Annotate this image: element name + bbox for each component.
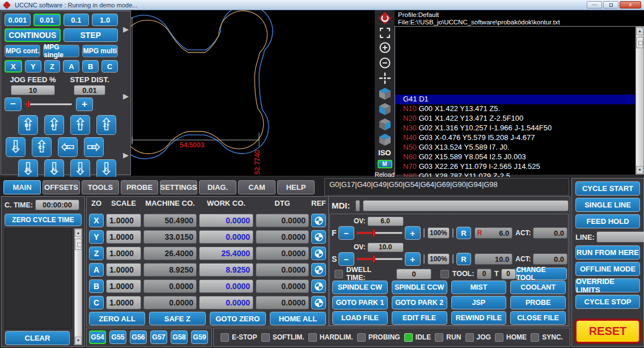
- jog-step-0-001[interactable]: 0.001: [5, 14, 31, 26]
- spindle-slider[interactable]: [357, 252, 402, 266]
- scale-field-b[interactable]: 1.0000: [106, 279, 141, 293]
- work-co-c[interactable]: 0.0000: [199, 296, 253, 309]
- ref-button-c[interactable]: [311, 296, 326, 309]
- feed-reset-button[interactable]: R: [456, 227, 471, 239]
- ref-button-x[interactable]: [311, 214, 326, 227]
- panel-expander-icon[interactable]: ▶: [123, 25, 129, 33]
- toolpath-viewport[interactable]: 54.5003 52.7740: [131, 10, 375, 176]
- goto-park-2-button[interactable]: GOTO PARK 2: [392, 296, 447, 309]
- jog-mode-continous[interactable]: CONTINOUS: [5, 28, 61, 42]
- home-all-button[interactable]: HOME ALL: [270, 312, 326, 325]
- spindle-cw-button[interactable]: SPINDLE CW: [332, 281, 388, 294]
- wcs-g56-button[interactable]: G56: [130, 330, 147, 344]
- jsp-button[interactable]: JSP: [451, 296, 507, 309]
- scroll-thumb[interactable]: [75, 239, 82, 250]
- cycle-start-button[interactable]: CYCLE START: [575, 181, 640, 196]
- spindle-ov-input[interactable]: [367, 243, 404, 252]
- goto-park-1-button[interactable]: GOTO PARK 1: [332, 296, 388, 309]
- jog-arrow-y-button[interactable]: ⇧Y+: [70, 115, 90, 135]
- gcode-line[interactable]: N50 G03 X13.524 Y5.589 I7. J0.: [395, 143, 635, 152]
- spindle-ccw-button[interactable]: SPINDLE CCW: [392, 281, 447, 294]
- jog-feed-slider[interactable]: [26, 97, 72, 111]
- jog-axis-z[interactable]: Z: [44, 60, 61, 73]
- jog-feed-plus-button[interactable]: +: [76, 97, 93, 111]
- probe-button[interactable]: PROBE: [510, 296, 566, 309]
- wcs-g57-button[interactable]: G57: [150, 330, 167, 344]
- fit-view-icon[interactable]: [378, 27, 392, 39]
- jog-axis-y[interactable]: Y: [25, 60, 41, 73]
- view-top-icon[interactable]: [378, 87, 392, 100]
- feed-100pct-button[interactable]: 100%: [427, 227, 450, 239]
- tab-offsets[interactable]: OFFSETS: [43, 180, 80, 194]
- jog-arrow-a-button[interactable]: ⇩A-: [44, 159, 64, 179]
- panel-expander-icon[interactable]: ▶: [123, 151, 129, 159]
- jog-arrow-a-button[interactable]: ⇧A+: [44, 115, 64, 135]
- axis-button-b[interactable]: B: [89, 279, 104, 293]
- tab-tools[interactable]: TOOLS: [82, 180, 119, 194]
- edit-file-button[interactable]: EDIT FILE: [392, 311, 447, 325]
- iso-view-label[interactable]: ISO: [378, 148, 391, 157]
- jog-arrow-x-button[interactable]: ⇨X+: [84, 137, 104, 157]
- rewind-file-button[interactable]: REWIND FILE: [451, 311, 507, 325]
- reset-button[interactable]: RESET: [575, 320, 640, 343]
- ref-button-z[interactable]: [311, 247, 326, 260]
- safe-z-button[interactable]: SAFE Z: [149, 312, 205, 325]
- scale-field-z[interactable]: 1.0000: [106, 247, 141, 260]
- tab-diag[interactable]: DIAG.: [199, 180, 236, 194]
- axis-button-z[interactable]: Z: [89, 247, 104, 260]
- ref-button-y[interactable]: [311, 230, 326, 244]
- feed-hold-button[interactable]: FEED HOLD: [575, 214, 640, 228]
- jog-step-1-0[interactable]: 1.0: [92, 14, 118, 26]
- change-tool-button[interactable]: CHANGE TOOL: [516, 268, 567, 280]
- feed-ov-input[interactable]: [367, 217, 404, 226]
- work-co-z[interactable]: 25.4000: [199, 247, 253, 260]
- mdi-grip[interactable]: [355, 200, 360, 211]
- zoom-out-icon[interactable]: [378, 57, 392, 69]
- jog-arrow-z-button[interactable]: ⇩Z-: [96, 159, 116, 179]
- scroll-down-icon[interactable]: ▼: [75, 337, 82, 345]
- run-from-here-button[interactable]: RUN FROM HERE: [575, 245, 640, 260]
- goto-zero-button[interactable]: GOTO ZERO: [210, 312, 266, 325]
- mpg-mpg-multi[interactable]: MPG multi: [82, 45, 118, 57]
- offline-mode-button[interactable]: OFFLINE MODE: [575, 262, 640, 276]
- gcode-line[interactable]: N30 G02 X1.316 Y10.257 I-1.966 J-1.544F5…: [395, 124, 635, 133]
- panel-expander-icon[interactable]: ▶: [123, 92, 129, 100]
- axis-button-a[interactable]: A: [89, 263, 104, 277]
- restore-button[interactable]: [603, 1, 618, 9]
- slider-thumb[interactable]: [372, 255, 375, 263]
- axis-button-y[interactable]: Y: [89, 230, 104, 244]
- gcode-line[interactable]: N60 G02 X15.589 Y8.054 I2.5 J0.003: [395, 152, 635, 162]
- scale-field-y[interactable]: 1.0000: [106, 230, 141, 244]
- gcode-scrollbar[interactable]: ▲ ▼: [635, 27, 644, 175]
- scroll-up-icon[interactable]: ▲: [636, 27, 643, 35]
- gcode-line[interactable]: N40 G03 X-0.476 Y5.579 I5.208 J-4.677: [395, 133, 635, 143]
- view-side-icon[interactable]: [378, 118, 392, 130]
- wcs-g58-button[interactable]: G58: [171, 330, 188, 344]
- gcode-listing[interactable]: G41 D1N10 G00 X1.422 Y13.471 Z5.N20 G01 …: [395, 27, 644, 175]
- jog-arrow-c-button[interactable]: ⇩C-: [6, 137, 26, 157]
- center-view-icon[interactable]: [378, 72, 392, 84]
- axis-button-c[interactable]: C: [89, 296, 104, 309]
- close-file-button[interactable]: CLOSE FILE: [510, 311, 566, 325]
- tab-probe[interactable]: PROBE: [121, 180, 158, 194]
- feed-plus-button[interactable]: +: [405, 226, 421, 240]
- mist-button[interactable]: MIST: [451, 281, 507, 294]
- scale-field-c[interactable]: 1.0000: [106, 296, 141, 309]
- spindle-minus-button[interactable]: −: [338, 252, 354, 266]
- jog-axis-b[interactable]: B: [82, 60, 99, 73]
- work-co-x[interactable]: 0.0000: [199, 214, 253, 227]
- step-dist-input[interactable]: [74, 85, 105, 95]
- mdi-input[interactable]: [363, 200, 569, 211]
- dwell-input[interactable]: [396, 269, 431, 279]
- scroll-up-icon[interactable]: ▲: [75, 229, 82, 237]
- zero-all-button[interactable]: ZERO ALL: [89, 312, 145, 325]
- ref-button-b[interactable]: [311, 279, 326, 293]
- jog-axis-c[interactable]: C: [101, 60, 118, 73]
- override-limits-button[interactable]: OVERRIDE LIMITS: [575, 278, 640, 292]
- wcs-g54-button[interactable]: G54: [89, 330, 106, 344]
- message-log-scrollbar[interactable]: ▲ ▼: [74, 228, 82, 345]
- jog-arrow-b-button[interactable]: ⇧B+: [18, 115, 38, 135]
- line-input[interactable]: [596, 231, 644, 243]
- slider-thumb[interactable]: [372, 229, 375, 237]
- spindle-plus-button[interactable]: +: [405, 252, 421, 266]
